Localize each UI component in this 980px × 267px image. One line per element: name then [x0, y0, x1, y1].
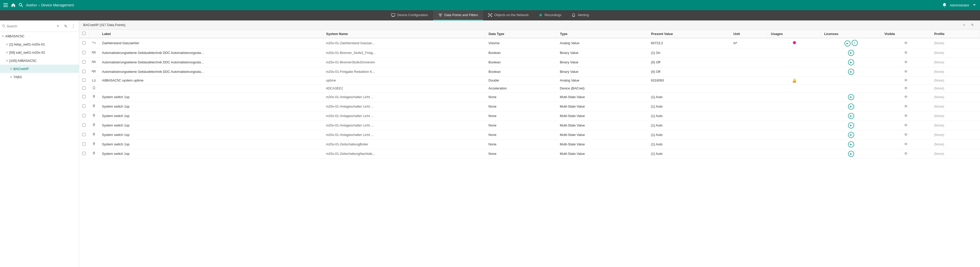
col-type[interactable]: Type [557, 30, 648, 38]
play-button[interactable]: ▶ [848, 94, 854, 100]
visible-eye-icon[interactable]: 👁 [904, 104, 908, 109]
row-usages [768, 130, 821, 139]
sidebar-item-sskl[interactable]: ≡ [59] sskl_sw01-m20x-01 [0, 48, 79, 56]
network-icon [488, 13, 492, 17]
select-all-checkbox[interactable] [82, 32, 86, 35]
row-profile[interactable]: (None) [931, 84, 980, 92]
notification-icon[interactable] [942, 3, 947, 8]
sidebar-search-input[interactable] [6, 24, 53, 28]
row-unit [730, 121, 768, 130]
play-button[interactable]: ▶ [848, 141, 854, 147]
row-checkbox-cell [79, 67, 89, 77]
tab-objects-network[interactable]: Objects on the Network [483, 10, 534, 21]
row-profile[interactable]: (None) [931, 92, 980, 102]
sidebar-edit-button[interactable]: ✎ [62, 22, 69, 30]
sidebar-more-button[interactable]: ⋮ [70, 22, 77, 30]
visible-eye-icon[interactable]: 👁 [904, 114, 908, 118]
visible-eye-icon[interactable]: 👁 [904, 69, 908, 74]
play-button[interactable]: ▶ [848, 59, 854, 66]
brand-name[interactable]: Avelon [26, 3, 37, 7]
play-button[interactable]: ▶ [848, 50, 854, 56]
tab-recordings[interactable]: Recordings [534, 10, 566, 21]
user-chevron-icon[interactable] [972, 3, 977, 8]
col-profile[interactable]: Profile [931, 30, 980, 38]
row-label [99, 84, 323, 92]
row-checkbox[interactable] [82, 41, 86, 45]
visible-eye-icon[interactable]: 👁 [904, 41, 908, 45]
row-data-type: Boolean [485, 58, 557, 67]
col-data-type[interactable]: Data Type [485, 30, 557, 38]
hamburger-icon[interactable] [3, 3, 8, 8]
row-profile[interactable]: (None) [931, 111, 980, 121]
row-profile[interactable]: (None) [931, 77, 980, 84]
row-unit [730, 67, 768, 77]
play-button[interactable]: ▶ [848, 104, 854, 110]
row-checkbox[interactable] [82, 95, 86, 98]
row-profile[interactable]: (None) [931, 149, 980, 158]
row-usages [768, 38, 821, 48]
row-profile[interactable]: (None) [931, 38, 980, 48]
usage-bell-icon: 🔔 [792, 78, 797, 83]
row-label: Automatisierungsebene Gebäudetechnik DDC… [99, 58, 323, 67]
row-checkbox[interactable] [82, 78, 86, 82]
row-checkbox[interactable] [82, 114, 86, 117]
col-system-name[interactable]: System Name [323, 30, 485, 38]
visible-eye-icon[interactable]: 👁 [904, 142, 908, 147]
play-button[interactable]: ▶ [845, 40, 851, 46]
content-edit-button[interactable]: ✎ [969, 21, 976, 29]
row-profile[interactable]: (None) [931, 139, 980, 149]
row-profile[interactable]: (None) [931, 48, 980, 58]
visible-eye-icon[interactable]: 👁 [904, 152, 908, 156]
visible-eye-icon[interactable]: 👁 [904, 133, 908, 137]
row-unit [730, 111, 768, 121]
row-data-type: None [485, 111, 557, 121]
sidebar-item-tabs[interactable]: ≡ TABS [0, 73, 79, 81]
col-licenses[interactable]: Licenses [821, 30, 881, 38]
row-checkbox[interactable] [82, 142, 86, 145]
row-checkbox[interactable] [82, 51, 86, 54]
content-add-button[interactable]: + [961, 21, 968, 29]
visible-eye-icon[interactable]: 👁 [904, 51, 908, 55]
row-profile[interactable]: (None) [931, 102, 980, 111]
visible-eye-icon[interactable]: 👁 [904, 78, 908, 83]
plus-circle-button[interactable]: + [851, 40, 858, 46]
sidebar-item-bacnet[interactable]: ≡ BACnet/IP [0, 65, 79, 73]
row-icon-cell [89, 48, 99, 58]
col-visible[interactable]: Visible [881, 30, 931, 38]
tab-device-config[interactable]: Device Configuration [386, 10, 433, 21]
visible-eye-icon[interactable]: 👁 [904, 95, 908, 99]
col-usages[interactable]: Usages [768, 30, 821, 38]
col-unit[interactable]: Unit [730, 30, 768, 38]
play-button[interactable]: ▶ [848, 132, 854, 138]
sidebar-item-a9ba[interactable]: ≡ [100] A9BA5AC5C [0, 56, 79, 65]
sidebar-add-button[interactable]: + [54, 22, 62, 30]
home-icon[interactable] [11, 3, 16, 8]
user-name[interactable]: Administrator [950, 3, 969, 7]
row-profile[interactable]: (None) [931, 58, 980, 67]
row-checkbox[interactable] [82, 133, 86, 136]
row-visible: 👁 [881, 48, 931, 58]
row-checkbox[interactable] [82, 123, 86, 127]
play-button[interactable]: ▶ [848, 151, 854, 157]
play-button[interactable]: ▶ [848, 113, 854, 119]
row-checkbox[interactable] [82, 60, 86, 64]
visible-eye-icon[interactable]: 👁 [904, 86, 908, 91]
sidebar-item-hdop[interactable]: ≡ [1] hdop_sw01-m20x-01 [0, 40, 79, 48]
row-checkbox[interactable] [82, 152, 86, 155]
row-checkbox[interactable] [82, 70, 86, 73]
search-icon[interactable] [18, 3, 24, 8]
col-present-value[interactable]: Present Value [648, 30, 730, 38]
play-button[interactable]: ▶ [848, 69, 854, 75]
tab-data-points[interactable]: Data Points and Filters [433, 10, 483, 21]
tab-alerting[interactable]: Alerting [566, 10, 594, 21]
col-label[interactable]: Label [99, 30, 323, 38]
visible-eye-icon[interactable]: 👁 [904, 60, 908, 65]
row-checkbox[interactable] [82, 86, 86, 90]
sidebar-item-root[interactable]: ≡ A9BA5AC5C [0, 32, 79, 40]
row-profile[interactable]: (None) [931, 67, 980, 77]
play-button[interactable]: ▶ [848, 122, 854, 128]
row-checkbox[interactable] [82, 104, 86, 108]
row-profile[interactable]: (None) [931, 130, 980, 139]
row-profile[interactable]: (None) [931, 121, 980, 130]
visible-eye-icon[interactable]: 👁 [904, 123, 908, 128]
